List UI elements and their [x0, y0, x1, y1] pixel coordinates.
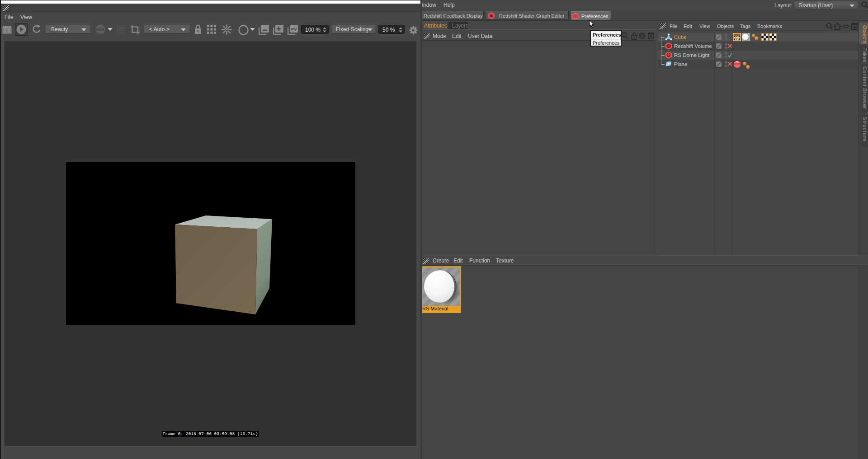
svg-text:PV: PV [291, 27, 297, 32]
svg-text:RGB: RGB [96, 28, 104, 32]
